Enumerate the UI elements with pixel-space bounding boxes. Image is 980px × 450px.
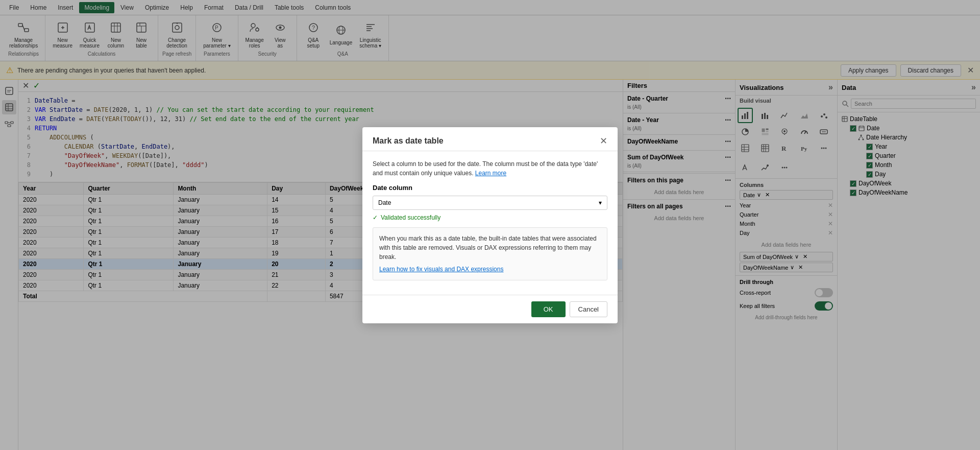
dropdown-chevron-icon: ▾	[599, 199, 602, 206]
modal-ok-button[interactable]: OK	[531, 301, 566, 317]
validated-text: Validated successfully	[381, 214, 440, 221]
modal-warning-box: When you mark this as a date table, the …	[373, 227, 607, 280]
modal-header: Mark as date table ✕	[362, 127, 618, 151]
date-column-label: Date column	[373, 184, 607, 192]
date-column-dropdown[interactable]: Date ▾	[373, 196, 607, 210]
modal-description: Select a column to be used for the date.…	[373, 159, 607, 178]
validation-status: ✓ Validated successfully	[373, 214, 607, 221]
modal-cancel-button[interactable]: Cancel	[570, 301, 607, 317]
modal-footer: OK Cancel	[362, 295, 618, 323]
modal-body: Select a column to be used for the date.…	[362, 151, 618, 295]
modal-dialog: Mark as date table ✕ Select a column to …	[362, 127, 618, 323]
modal-close-button[interactable]: ✕	[600, 135, 607, 147]
warning-text: When you mark this as a date table, the …	[379, 234, 601, 262]
learn-more-link[interactable]: Learn more	[475, 170, 506, 177]
date-column-selected: Date	[378, 199, 391, 206]
modal-overlay: Mark as date table ✕ Select a column to …	[0, 0, 980, 450]
checkmark-icon: ✓	[373, 214, 378, 221]
modal-title: Mark as date table	[373, 136, 444, 146]
fix-visuals-link[interactable]: Learn how to fix visuals and DAX express…	[379, 266, 503, 273]
